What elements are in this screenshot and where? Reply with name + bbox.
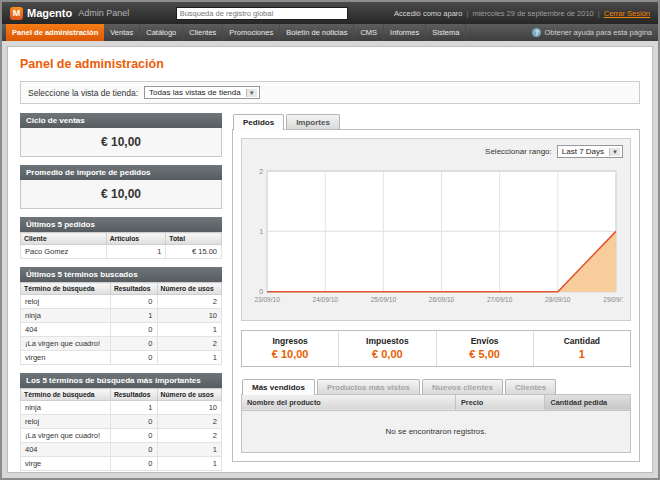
stat-tax: Impuestos € 0,00 (338, 331, 435, 366)
top-header: M Magento Admin Panel Accedió como aparo… (2, 2, 658, 24)
column-header-price[interactable]: Precio (455, 394, 544, 410)
help-label: Obtener ayuda para esta página (544, 28, 652, 37)
column-header-qty[interactable]: Cantidad pedida (545, 394, 631, 410)
nav-item-sales[interactable]: Ventas (104, 24, 140, 41)
brand-suffix: Admin Panel (78, 8, 129, 18)
help-link[interactable]: ? Obtener ayuda para esta página (532, 24, 654, 41)
totals-bar: Ingresos € 10,00 Impuestos € 0,00 Envíos… (241, 330, 631, 367)
column-header: Cliente (21, 233, 107, 245)
store-view-select[interactable]: Todas las vistas de tienda ▼ (144, 86, 260, 99)
search-results: 1 (110, 309, 157, 323)
column-header: Número de usos (157, 283, 221, 295)
search-uses: 2 (157, 337, 221, 351)
bottom-tabs: Más vendidos Productos más vistos Nuevos… (241, 378, 631, 394)
table-row[interactable]: virgen 0 1 (21, 351, 222, 365)
header-date: miércoles 29 de septiembre de 2010 (472, 9, 593, 18)
magento-logo[interactable]: M Magento Admin Panel (10, 7, 129, 20)
search-uses: 1 (157, 323, 221, 337)
order-total: € 15.00 (166, 245, 222, 259)
search-results: 0 (110, 429, 157, 443)
dashboard-columns: Ciclo de ventas € 10,00 Promedio de impo… (20, 113, 640, 471)
top-search-title: Los 5 términos de búsqueda más important… (20, 373, 222, 388)
svg-text:29/09/10: 29/09/10 (603, 296, 623, 303)
nav-item-promotions[interactable]: Promociones (223, 24, 280, 41)
content-area: Panel de administración Seleccione la vi… (7, 46, 653, 473)
average-orders-title: Promedio de importe de pedidos (20, 165, 222, 180)
search-term: ¡La virgen que cuadro! (21, 337, 111, 351)
nav-item-catalog[interactable]: Catálogo (140, 24, 183, 41)
session-info: Accedió como aparo | miércoles 29 de sep… (394, 9, 650, 18)
logout-link[interactable]: Cerrar Sesión (604, 9, 650, 18)
svg-text:1: 1 (259, 228, 263, 235)
table-row[interactable]: reloj 0 2 (21, 415, 222, 429)
table-row[interactable]: ¡La virgen que cuadro! 0 2 (21, 429, 222, 443)
global-search-input[interactable] (176, 7, 348, 20)
tab-orders[interactable]: Pedidos (233, 114, 284, 130)
search-uses: 10 (157, 309, 221, 323)
lifetime-sales-box: Ciclo de ventas € 10,00 (20, 113, 222, 157)
range-select[interactable]: Last 7 Days ▼ (557, 145, 623, 158)
svg-text:25/09/10: 25/09/10 (371, 296, 397, 303)
search-term: virgen (21, 351, 111, 365)
stat-value: € 10,00 (242, 348, 338, 360)
search-term: ninja (21, 309, 111, 323)
search-uses: 1 (157, 457, 221, 471)
last-orders-title: Últimos 5 pedidos (20, 217, 222, 232)
orders-chart: 01223/09/1024/09/1025/09/1026/09/1027/09… (249, 163, 623, 314)
column-header: Término de búsqueda (21, 283, 111, 295)
top-search-box: Los 5 términos de búsqueda más important… (20, 373, 222, 471)
search-results: 0 (110, 457, 157, 471)
stat-label: Impuestos (339, 336, 435, 346)
column-header: Resultados (110, 283, 157, 295)
table-row[interactable]: 404 0 1 (21, 323, 222, 337)
average-orders-box: Promedio de importe de pedidos € 10,00 (20, 165, 222, 209)
nav-item-newsletter[interactable]: Boletín de noticias (280, 24, 354, 41)
lifetime-sales-value: € 10,00 (20, 128, 222, 157)
tab-most-viewed[interactable]: Productos más vistos (317, 379, 420, 395)
global-search-area (137, 7, 386, 20)
stat-shipping: Envíos € 5,00 (436, 331, 533, 366)
search-term: ¡La virgen que cuadro! (21, 429, 111, 443)
help-icon: ? (532, 28, 541, 37)
table-row[interactable]: Paco Gomez 1 € 15.00 (21, 245, 222, 259)
tab-new-customers[interactable]: Nuevos clientes (422, 379, 503, 395)
nav-item-cms[interactable]: CMS (354, 24, 384, 41)
magento-admin-window: M Magento Admin Panel Accedió como aparo… (0, 0, 660, 480)
last-search-box: Últimos 5 términos buscados Término de b… (20, 267, 222, 365)
table-row[interactable]: 404 0 1 (21, 443, 222, 457)
separator: | (466, 9, 468, 18)
nav-item-customers[interactable]: Clientes (183, 24, 223, 41)
column-header: Resultados (110, 389, 157, 401)
search-uses: 1 (157, 443, 221, 457)
stat-revenue: Ingresos € 10,00 (242, 331, 338, 366)
tab-customers[interactable]: Clientes (505, 379, 556, 395)
range-row: Seleccionar rango: Last 7 Days ▼ (249, 145, 623, 158)
table-row[interactable]: reloj 0 2 (21, 295, 222, 309)
svg-text:27/09/10: 27/09/10 (487, 296, 513, 303)
nav-item-system[interactable]: Sistema (426, 24, 466, 41)
table-row[interactable]: virge 0 1 (21, 457, 222, 471)
tab-amounts[interactable]: Importes (286, 114, 340, 130)
nav-item-reports[interactable]: Informes (384, 24, 426, 41)
search-term: ninja (21, 401, 111, 415)
svg-text:26/09/10: 26/09/10 (429, 296, 455, 303)
nav-item-dashboard[interactable]: Panel de administración (6, 24, 104, 41)
top-search-table: Término de búsqueda Resultados Número de… (20, 388, 222, 471)
order-customer: Paco Gomez (21, 245, 107, 259)
search-term: reloj (21, 415, 111, 429)
search-results: 0 (110, 323, 157, 337)
search-uses: 1 (157, 351, 221, 365)
table-row[interactable]: ninja 1 10 (21, 309, 222, 323)
store-view-label: Seleccione la vista de tienda: (28, 88, 138, 98)
column-header: Total (166, 233, 222, 245)
search-term: 404 (21, 323, 111, 337)
brand-name: Magento (27, 7, 72, 19)
column-header-product[interactable]: Nombre del producto (242, 394, 456, 410)
tab-bestsellers[interactable]: Más vendidos (242, 379, 315, 395)
table-row[interactable]: ¡La virgen que cuadro! 0 2 (21, 337, 222, 351)
left-column: Ciclo de ventas € 10,00 Promedio de impo… (20, 113, 222, 471)
order-items: 1 (106, 245, 166, 259)
column-header: Artículos (106, 233, 166, 245)
table-row[interactable]: ninja 1 10 (21, 401, 222, 415)
store-view-value: Todas las vistas de tienda (149, 88, 241, 97)
